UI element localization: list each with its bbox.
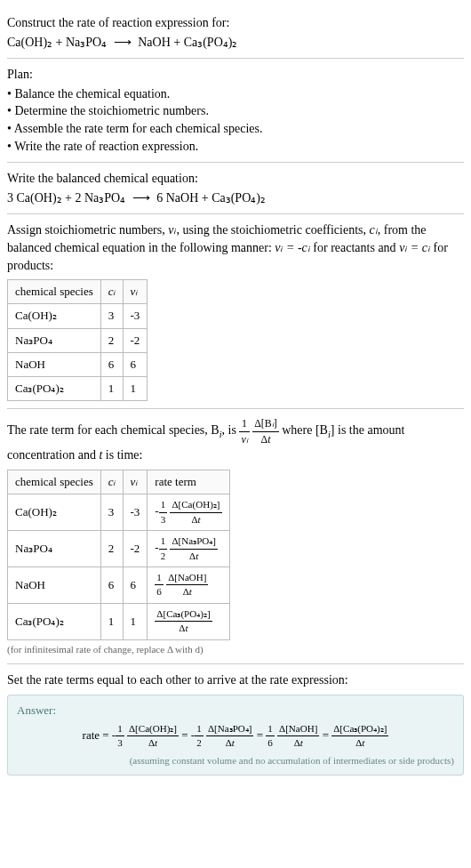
plan-section: Plan: Balance the chemical equation. Det… — [7, 59, 464, 163]
table-row: Ca₃(PO₄)₂ 1 1 Δ[Ca₃(PO₄)₂]Δt — [8, 603, 230, 639]
rate-cell: 16 Δ[NaOH]Δt — [148, 567, 229, 603]
lhs: 3 Ca(OH)₂ + 2 Na₃PO₄ — [7, 191, 125, 205]
table-row: Ca₃(PO₄)₂ 1 1 — [8, 376, 148, 400]
arrow-icon: ⟶ — [132, 189, 150, 207]
rate-cell: Δ[Ca₃(PO₄)₂]Δt — [148, 603, 229, 639]
stoich-table: chemical species cᵢ νᵢ Ca(OH)₂ 3 -3 Na₃P… — [7, 279, 148, 401]
answer-disclaimer: (assuming constant volume and no accumul… — [17, 754, 454, 768]
problem-statement: Construct the rate of reaction expressio… — [7, 7, 464, 59]
table-row: Na₃PO₄ 2 -2 -12 Δ[Na₃PO₄]Δt — [8, 531, 230, 567]
plan-item: Write the rate of reaction expression. — [7, 138, 464, 156]
rhs: NaOH + Ca₃(PO₄)₂ — [138, 36, 237, 49]
unbalanced-equation: Ca(OH)₂ + Na₃PO₄ ⟶ NaOH + Ca₃(PO₄)₂ — [7, 34, 464, 52]
plan-item: Determine the stoichiometric numbers. — [7, 102, 464, 120]
col-species: chemical species — [8, 470, 101, 494]
rhs: 6 NaOH + Ca₃(PO₄)₂ — [156, 191, 266, 205]
balanced-section: Write the balanced chemical equation: 3 … — [7, 163, 464, 214]
rate-expression: rate = -13 Δ[Ca(OH)₂]Δt = -12 Δ[Na₃PO₄]Δ… — [17, 722, 454, 751]
col-species: chemical species — [8, 280, 101, 304]
final-title: Set the rate terms equal to each other t… — [7, 671, 464, 689]
final-section: Set the rate terms equal to each other t… — [7, 664, 464, 776]
rate-cell: -13 Δ[Ca(OH)₂]Δt — [148, 494, 229, 531]
rateterm-intro: The rate term for each chemical species,… — [7, 416, 464, 464]
fraction: 1νᵢ — [239, 416, 249, 446]
col-c: cᵢ — [100, 470, 123, 494]
plan-item: Assemble the rate term for each chemical… — [7, 120, 464, 138]
plan-list: Balance the chemical equation. Determine… — [7, 85, 464, 155]
lhs: Ca(OH)₂ + Na₃PO₄ — [7, 36, 107, 49]
table-row: Ca(OH)₂ 3 -3 -13 Δ[Ca(OH)₂]Δt — [8, 494, 230, 531]
rate-cell: -12 Δ[Na₃PO₄]Δt — [148, 531, 229, 567]
problem-title: Construct the rate of reaction expressio… — [7, 14, 464, 32]
table-header-row: chemical species cᵢ νᵢ — [8, 280, 148, 304]
col-nu: νᵢ — [123, 280, 148, 304]
plan-title: Plan: — [7, 66, 464, 84]
stoich-section: Assign stoichiometric numbers, νᵢ, using… — [7, 214, 464, 409]
balanced-title: Write the balanced chemical equation: — [7, 170, 464, 188]
rateterm-note: (for infinitesimal rate of change, repla… — [7, 643, 464, 656]
col-rate: rate term — [148, 470, 229, 494]
rateterm-section: The rate term for each chemical species,… — [7, 409, 464, 664]
plan-item: Balance the chemical equation. — [7, 85, 464, 103]
rateterm-table: chemical species cᵢ νᵢ rate term Ca(OH)₂… — [7, 470, 230, 640]
table-row: NaOH 6 6 — [8, 352, 148, 376]
arrow-icon: ⟶ — [114, 34, 132, 52]
table-row: Ca(OH)₂ 3 -3 — [8, 304, 148, 328]
answer-label: Answer: — [17, 703, 454, 719]
table-row: NaOH 6 6 16 Δ[NaOH]Δt — [8, 567, 230, 603]
table-row: Na₃PO₄ 2 -2 — [8, 328, 148, 352]
table-header-row: chemical species cᵢ νᵢ rate term — [8, 470, 230, 494]
col-nu: νᵢ — [123, 470, 148, 494]
fraction: Δ[Bᵢ]Δt — [252, 416, 279, 446]
answer-box: Answer: rate = -13 Δ[Ca(OH)₂]Δt = -12 Δ[… — [7, 695, 464, 776]
balanced-equation: 3 Ca(OH)₂ + 2 Na₃PO₄ ⟶ 6 NaOH + Ca₃(PO₄)… — [7, 189, 464, 207]
stoich-intro: Assign stoichiometric numbers, νᵢ, using… — [7, 221, 464, 274]
col-c: cᵢ — [100, 280, 123, 304]
